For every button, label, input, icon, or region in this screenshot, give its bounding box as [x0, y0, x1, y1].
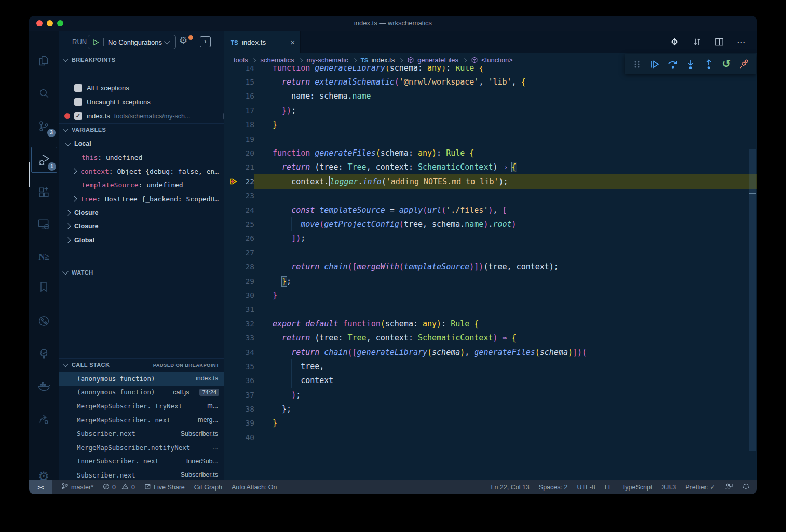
- code-line[interactable]: 28 return chain([mergeWith(templateSourc…: [224, 260, 757, 274]
- chevron-right-icon[interactable]: [65, 237, 71, 243]
- debug-console-icon[interactable]: ›: [200, 36, 211, 47]
- variables-scope-row[interactable]: Closure: [59, 206, 232, 220]
- breakpoint-row[interactable]: ✓index.tstools/schematics/my-sch...22: [59, 109, 240, 123]
- line-number[interactable]: 14: [224, 66, 254, 72]
- code-line[interactable]: 34 return chain([generateLibrary(schema)…: [224, 345, 757, 359]
- status-feedback[interactable]: [725, 483, 733, 492]
- step-into-button[interactable]: [684, 58, 697, 71]
- activity-test-explorer-icon[interactable]: [31, 342, 56, 366]
- line-number[interactable]: 17: [224, 106, 254, 115]
- breakpoints-section-header[interactable]: BREAKPOINTS: [59, 53, 224, 66]
- status-cursor-position[interactable]: Ln 22, Col 13: [491, 484, 529, 491]
- status-notifications[interactable]: [742, 483, 750, 492]
- call-stack-frame[interactable]: MergeMapSubscriber._nextmerg...: [59, 413, 224, 427]
- chevron-right-icon[interactable]: [71, 196, 77, 202]
- remote-indicator[interactable]: ><: [29, 480, 52, 494]
- call-stack-frame[interactable]: Subscriber.nextSubscriber.ts: [59, 427, 224, 441]
- call-stack-section-header[interactable]: CALL STACK PAUSED ON BREAKPOINT: [59, 358, 224, 371]
- code-line[interactable]: 27: [224, 245, 757, 260]
- breakpoint-checkbox[interactable]: [74, 84, 82, 92]
- breadcrumb-item-indexts[interactable]: TSindex.ts: [361, 56, 395, 64]
- code-line[interactable]: 22 context.logger.info('adding NOTES.md …: [224, 174, 757, 188]
- code-line[interactable]: 26 ]);: [224, 231, 757, 245]
- code-line[interactable]: 18}: [224, 118, 757, 132]
- code-editor[interactable]: 14function generateLibrary(schema: any):…: [224, 66, 757, 480]
- breadcrumb-item-generatefiles[interactable]: generateFiles: [407, 56, 458, 64]
- variable-row[interactable]: tree: HostTree {_backend: ScopedH…: [59, 192, 238, 206]
- line-number[interactable]: 29: [224, 277, 254, 285]
- code-line[interactable]: 25 move(getProjectConfig(tree, schema.na…: [224, 217, 757, 231]
- code-line[interactable]: 39}: [224, 416, 757, 430]
- code-line[interactable]: 35 tree,: [224, 359, 757, 373]
- activity-live-share-icon[interactable]: [31, 406, 56, 431]
- code-line[interactable]: 17 });: [224, 103, 757, 117]
- breakpoint-checkbox[interactable]: ✓: [74, 112, 82, 120]
- tab-index-ts[interactable]: TS index.ts ×: [224, 31, 301, 53]
- call-stack-frame[interactable]: MergeMapSubscriber.notifyNext...: [59, 441, 224, 455]
- status-eol[interactable]: LF: [605, 484, 613, 491]
- code-line[interactable]: 23: [224, 189, 757, 203]
- line-number[interactable]: 40: [224, 433, 254, 442]
- chevron-right-icon[interactable]: [65, 210, 71, 215]
- line-number[interactable]: 37: [224, 391, 254, 399]
- open-changes-icon[interactable]: [670, 37, 680, 48]
- code-line[interactable]: 32export default function(schema: any): …: [224, 317, 757, 331]
- activity-explorer-icon[interactable]: [31, 49, 56, 74]
- more-actions-icon[interactable]: ⋯: [737, 38, 746, 47]
- call-stack-frame[interactable]: (anonymous function)index.ts: [59, 372, 224, 386]
- line-number[interactable]: 23: [224, 192, 254, 200]
- close-tab-icon[interactable]: ×: [290, 38, 295, 47]
- step-over-button[interactable]: [667, 58, 679, 71]
- code-line[interactable]: 31: [224, 303, 757, 317]
- breakpoint-row[interactable]: All Exceptions: [59, 81, 240, 95]
- line-number[interactable]: 21: [224, 163, 254, 171]
- code-line[interactable]: 40: [224, 430, 757, 444]
- call-stack-frame[interactable]: InnerSubscriber._nextInnerSub...: [59, 455, 224, 469]
- variable-row[interactable]: this: undefined: [59, 151, 247, 165]
- chevron-right-icon[interactable]: [65, 224, 71, 229]
- compare-changes-icon[interactable]: [692, 37, 702, 48]
- variable-row[interactable]: templateSource: undefined: [59, 179, 247, 193]
- status-branch[interactable]: master*: [61, 483, 93, 492]
- restart-button[interactable]: ↺: [720, 58, 733, 71]
- line-number[interactable]: 36: [224, 376, 254, 385]
- variables-scope-row[interactable]: Closure: [59, 220, 232, 234]
- variable-row[interactable]: context: Object {debug: false, en…: [59, 165, 238, 179]
- line-number[interactable]: 34: [224, 348, 254, 357]
- status-language-mode[interactable]: TypeScript: [621, 484, 652, 491]
- call-stack-frame[interactable]: MergeMapSubscriber._tryNextm...: [59, 399, 224, 413]
- toolbar-drag-handle[interactable]: [631, 58, 643, 71]
- code-line[interactable]: 19: [224, 132, 757, 146]
- activity-source-control-icon[interactable]: 3: [31, 114, 56, 139]
- variables-section-header[interactable]: VARIABLES: [59, 123, 224, 136]
- paused-breakpoint-icon[interactable]: [229, 177, 238, 186]
- activity-run-debug-icon[interactable]: 1: [31, 147, 57, 173]
- activity-remote-explorer-icon[interactable]: [31, 212, 56, 237]
- breakpoint-row[interactable]: Uncaught Exceptions: [59, 95, 240, 109]
- disconnect-button[interactable]: [738, 58, 751, 71]
- variables-scope-row[interactable]: Local: [59, 137, 232, 151]
- code-line[interactable]: 21 return (tree: Tree, context: Schemati…: [224, 160, 757, 174]
- code-line[interactable]: 20function generateFiles(schema: any): R…: [224, 146, 757, 160]
- code-line[interactable]: 16 name: schema.name: [224, 89, 757, 103]
- step-out-button[interactable]: [702, 58, 715, 71]
- line-number[interactable]: 20: [224, 149, 254, 157]
- code-line[interactable]: 33 return (tree: Tree, context: Schemati…: [224, 331, 757, 345]
- launch-configuration-dropdown[interactable]: No Configurations: [88, 35, 176, 49]
- watch-section-header[interactable]: WATCH: [59, 266, 224, 279]
- breadcrumb-item-myschematic[interactable]: my-schematic: [307, 56, 348, 64]
- status-live-share[interactable]: Live Share: [144, 483, 185, 492]
- line-number[interactable]: 38: [224, 405, 254, 413]
- line-number[interactable]: 25: [224, 220, 254, 228]
- status-prettier[interactable]: Prettier: ✓: [685, 483, 715, 491]
- line-number[interactable]: 18: [224, 120, 254, 129]
- code-line[interactable]: 30}: [224, 288, 757, 302]
- code-line[interactable]: 37 );: [224, 388, 757, 402]
- activity-docker-icon[interactable]: [31, 373, 56, 398]
- line-number[interactable]: 19: [224, 135, 254, 143]
- line-number[interactable]: 27: [224, 249, 254, 257]
- activity-git-graph-icon[interactable]: [31, 308, 56, 333]
- activity-extensions-icon[interactable]: [31, 180, 56, 204]
- continue-button[interactable]: [648, 58, 661, 71]
- call-stack-frame[interactable]: (anonymous function)call.js74:24: [59, 386, 224, 400]
